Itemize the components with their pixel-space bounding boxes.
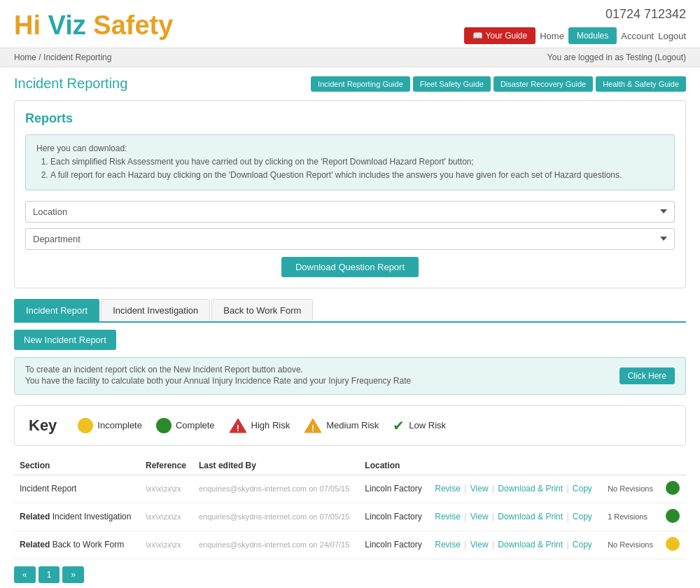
col-section: Section	[14, 456, 140, 475]
incident-table: Section Reference Last edited By Locatio…	[14, 456, 686, 559]
your-guide-button[interactable]: 📖 Your Guide	[464, 27, 536, 44]
logout-nav-link[interactable]: Logout	[658, 31, 686, 41]
download-question-report-button[interactable]: Download Question Report	[281, 257, 419, 277]
key-title: Key	[29, 416, 57, 435]
account-nav-link[interactable]: Account	[621, 31, 654, 41]
logo-hi: Hi	[14, 10, 41, 40]
department-select[interactable]: Department	[25, 228, 675, 250]
row3-revisions: No Revisions	[602, 531, 660, 559]
row1-view[interactable]: View	[470, 484, 489, 493]
col-reference: Reference	[140, 456, 193, 475]
row3-download-print[interactable]: Download & Print	[498, 540, 563, 550]
row3-section-bold: Related	[20, 540, 50, 550]
col-location: Location	[359, 456, 429, 475]
tab-back-to-work-form[interactable]: Back to Work Form	[211, 299, 313, 321]
complete-icon	[156, 418, 172, 433]
health-safety-guide-button[interactable]: Health & Safety Guide	[596, 76, 686, 92]
row3-revise[interactable]: Revise	[435, 540, 461, 550]
key-item-complete: Complete	[156, 418, 215, 433]
breadcrumb-sep1: /	[38, 52, 41, 62]
table-body: Incident Report \xx\x\zx\zx enquiries@sk…	[14, 475, 686, 559]
table-row: Related Incident Investigation \xx\x\zx\…	[14, 503, 686, 531]
row3-section: Related Back to Work Form	[14, 531, 140, 559]
col-last-edited: Last edited By	[193, 456, 359, 475]
home-nav-link[interactable]: Home	[540, 31, 564, 41]
medium-risk-label: Medium Risk	[326, 420, 379, 430]
row3-section-rest: Back to Work Form	[50, 540, 124, 550]
info-line1: Here you can download:	[36, 144, 127, 153]
info-list: Each simplified Risk Assessment you have…	[50, 155, 664, 182]
key-item-low-risk: ✔ Low Risk	[393, 417, 446, 434]
row2-reference: \xx\x\zx\zx	[140, 503, 193, 531]
row2-status	[660, 503, 686, 531]
row1-section: Incident Report	[14, 475, 140, 503]
guide-buttons: Incident Reporting Guide Fleet Safety Gu…	[311, 76, 686, 92]
complete-label: Complete	[176, 420, 215, 430]
row2-section: Related Incident Investigation	[14, 503, 140, 531]
table-row: Related Back to Work Form \xx\x\zx\zx en…	[14, 531, 686, 559]
row2-copy[interactable]: Copy	[573, 512, 592, 522]
tab-incident-investigation[interactable]: Incident Investigation	[101, 299, 210, 321]
table-row: Incident Report \xx\x\zx\zx enquiries@sk…	[14, 475, 686, 503]
incident-info-line2: You have the facility to calculate both …	[25, 376, 614, 386]
click-here-button[interactable]: Click Here	[620, 368, 675, 384]
breadcrumb: Home / Incident Reporting	[14, 52, 111, 62]
row1-revisions: No Revisions	[602, 475, 660, 503]
table-header: Section Reference Last edited By Locatio…	[14, 456, 686, 475]
reports-info-box: Here you can download: Each simplified R…	[25, 134, 675, 190]
new-incident-report-button[interactable]: New Incident Report	[14, 330, 116, 350]
location-select[interactable]: Location	[25, 201, 675, 223]
row3-edited-by: enquiries@skydns-internet.com on 24/07/1…	[193, 531, 359, 559]
svg-text:!: !	[312, 423, 314, 433]
tabs-bar: Incident Report Incident Investigation B…	[14, 299, 686, 323]
row1-download-print[interactable]: Download & Print	[498, 484, 563, 493]
row1-copy[interactable]: Copy	[573, 484, 592, 493]
disaster-recovery-guide-button[interactable]: Disaster Recovery Guide	[493, 76, 593, 92]
row2-section-rest: Incident Investigation	[50, 512, 131, 522]
key-box: Key Incomplete Complete ! High Risk ! Me…	[14, 405, 686, 446]
row1-actions: Revise | View | Download & Print | Copy	[429, 475, 602, 503]
logo-safety: Safety	[93, 10, 173, 40]
row3-reference: \xx\x\zx\zx	[140, 531, 193, 559]
incident-reporting-guide-button[interactable]: Incident Reporting Guide	[311, 76, 410, 92]
row3-view[interactable]: View	[470, 540, 489, 550]
next-page-button[interactable]: »	[62, 566, 84, 583]
info-item2: A full report for each Hazard buy clicki…	[50, 169, 664, 182]
row2-actions: Revise | View | Download & Print | Copy	[429, 503, 602, 531]
breadcrumb-bar: Home / Incident Reporting You are logged…	[0, 48, 700, 67]
low-risk-label: Low Risk	[409, 420, 446, 430]
logo-viz: Viz	[48, 10, 86, 40]
row2-view[interactable]: View	[470, 512, 489, 522]
row2-revise[interactable]: Revise	[435, 512, 461, 522]
header: Hi Viz Safety 01724 712342 📖 Your Guide …	[0, 0, 700, 48]
incident-info-text: To create an incident report click on th…	[25, 365, 614, 387]
department-dropdown-row: Department	[25, 228, 675, 250]
incomplete-label: Incomplete	[97, 420, 142, 430]
modules-button[interactable]: Modules	[568, 27, 617, 44]
location-dropdown-row: Location	[25, 201, 675, 223]
reports-section: Reports Here you can download: Each simp…	[14, 100, 686, 288]
col-actions	[429, 456, 602, 475]
header-right: 01724 712342 📖 Your Guide Home Modules A…	[464, 7, 686, 44]
high-risk-icon: !	[229, 417, 247, 434]
phone-number: 01724 712342	[464, 7, 686, 22]
low-risk-icon: ✔	[393, 417, 405, 434]
table-header-row: Section Reference Last edited By Locatio…	[14, 456, 686, 475]
logo: Hi Viz Safety	[14, 10, 173, 41]
row3-action-links: Revise | View | Download & Print | Copy	[435, 540, 592, 550]
breadcrumb-home[interactable]: Home	[14, 52, 36, 62]
row2-section-bold: Related	[20, 512, 50, 522]
fleet-safety-guide-button[interactable]: Fleet Safety Guide	[413, 76, 491, 92]
page-1-button[interactable]: 1	[38, 566, 60, 583]
incident-info-bar: To create an incident report click on th…	[14, 357, 686, 395]
row2-action-links: Revise | View | Download & Print | Copy	[435, 512, 592, 522]
row3-copy[interactable]: Copy	[573, 540, 592, 550]
row1-reference: \xx\x\zx\zx	[140, 475, 193, 503]
row1-action-links: Revise | View | Download & Print | Copy	[435, 484, 592, 493]
reports-title: Reports	[25, 111, 675, 126]
tab-incident-report[interactable]: Incident Report	[14, 299, 99, 321]
info-item1: Each simplified Risk Assessment you have…	[50, 155, 664, 169]
row1-revise[interactable]: Revise	[435, 484, 461, 493]
prev-page-button[interactable]: «	[14, 566, 36, 583]
row2-download-print[interactable]: Download & Print	[498, 512, 563, 522]
